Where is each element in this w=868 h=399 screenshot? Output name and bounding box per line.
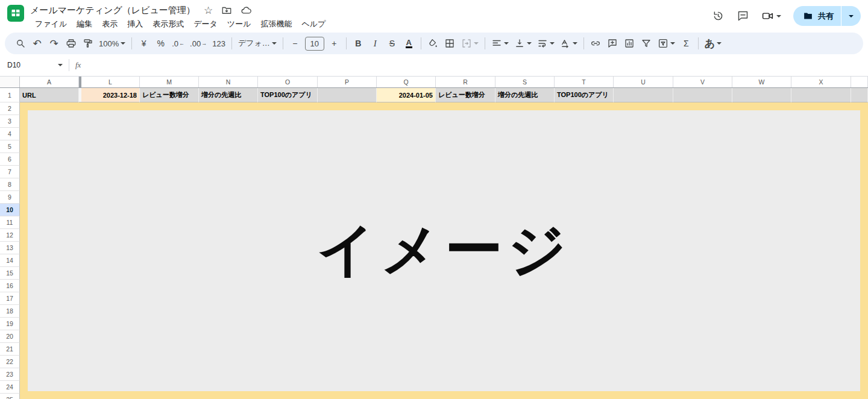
share-dropdown-button[interactable] bbox=[841, 6, 861, 26]
menu-format[interactable]: 表示形式 bbox=[148, 17, 189, 31]
print-button[interactable] bbox=[63, 35, 79, 52]
italic-button[interactable]: I bbox=[367, 35, 383, 52]
font-selector[interactable]: デフォ… bbox=[236, 35, 279, 52]
undo-button[interactable]: ↶ bbox=[29, 35, 45, 52]
document-title[interactable]: メールマーケティング（レビュー管理） bbox=[30, 5, 195, 16]
zoom-selector[interactable]: 100% bbox=[96, 35, 128, 52]
row-header-10-selected[interactable]: 10 bbox=[0, 204, 20, 216]
comment-history-icon[interactable] bbox=[737, 10, 749, 22]
menu-tools[interactable]: ツール bbox=[222, 17, 256, 31]
cell-L1[interactable]: 2023-12-18 bbox=[81, 88, 140, 102]
column-header-T[interactable]: T bbox=[555, 77, 614, 87]
menu-help[interactable]: ヘルプ bbox=[297, 17, 330, 31]
paint-format-button[interactable] bbox=[80, 35, 96, 52]
merge-cells-button[interactable] bbox=[459, 35, 481, 52]
text-color-button[interactable]: A bbox=[401, 35, 417, 52]
column-header-L[interactable]: L bbox=[81, 77, 140, 87]
row-header-1[interactable]: 1 bbox=[0, 88, 20, 102]
insert-chart-button[interactable] bbox=[621, 35, 638, 52]
row-header-7[interactable]: 7 bbox=[0, 166, 20, 178]
column-header-R[interactable]: R bbox=[436, 77, 495, 87]
row-header-13[interactable]: 13 bbox=[0, 242, 20, 254]
cell-T1[interactable]: TOP100のアプリ bbox=[555, 88, 614, 102]
filter-views-button[interactable] bbox=[655, 35, 678, 52]
row-header-4[interactable]: 4 bbox=[0, 128, 20, 140]
cell-O1[interactable]: TOP100のアプリ bbox=[258, 88, 318, 102]
row-header-15[interactable]: 15 bbox=[0, 267, 20, 280]
menu-extensions[interactable]: 拡張機能 bbox=[256, 17, 297, 31]
cell-R1[interactable]: レビュー数増分 bbox=[436, 88, 495, 102]
row-header-25-partial[interactable]: 25 bbox=[0, 394, 20, 399]
menu-file[interactable]: ファイル bbox=[30, 17, 72, 31]
row-header-20[interactable]: 20 bbox=[0, 330, 20, 343]
join-call-button[interactable] bbox=[761, 10, 781, 22]
insert-link-button[interactable] bbox=[588, 35, 604, 52]
row-header-5[interactable]: 5 bbox=[0, 140, 20, 153]
fill-color-button[interactable] bbox=[425, 35, 441, 52]
menu-edit[interactable]: 編集 bbox=[72, 17, 97, 31]
row-header-2[interactable]: 2 bbox=[0, 102, 20, 115]
name-box[interactable]: D10 bbox=[7, 61, 63, 69]
text-wrap-button[interactable] bbox=[535, 35, 557, 52]
menu-data[interactable]: データ bbox=[189, 17, 222, 31]
cell-X1[interactable] bbox=[791, 88, 851, 102]
move-to-folder-icon[interactable] bbox=[221, 5, 232, 16]
row-header-9[interactable]: 9 bbox=[0, 191, 20, 204]
row-header-17[interactable]: 17 bbox=[0, 292, 20, 305]
cell-P1[interactable] bbox=[318, 88, 377, 102]
row-header-18[interactable]: 18 bbox=[0, 305, 20, 318]
select-all-corner[interactable] bbox=[0, 77, 20, 87]
embedded-image-placeholder[interactable]: イメージ bbox=[20, 102, 868, 399]
column-header-N[interactable]: N bbox=[199, 77, 258, 87]
row-header-24[interactable]: 24 bbox=[0, 381, 20, 394]
row-header-6[interactable]: 6 bbox=[0, 153, 20, 166]
row-header-23[interactable]: 23 bbox=[0, 368, 20, 381]
search-button[interactable] bbox=[12, 35, 28, 52]
borders-button[interactable] bbox=[442, 35, 458, 52]
column-header-M[interactable]: M bbox=[140, 77, 199, 87]
insert-comment-button[interactable] bbox=[605, 35, 621, 52]
format-percent-button[interactable]: % bbox=[153, 35, 169, 52]
text-rotation-button[interactable] bbox=[558, 35, 580, 52]
vertical-align-button[interactable] bbox=[512, 35, 534, 52]
bold-button[interactable]: B bbox=[350, 35, 366, 52]
increase-decimal-button[interactable]: .00 → bbox=[187, 35, 209, 52]
increase-font-size-button[interactable]: + bbox=[326, 35, 342, 52]
decrease-font-size-button[interactable]: − bbox=[287, 35, 303, 52]
row-header-22[interactable]: 22 bbox=[0, 356, 20, 368]
horizontal-align-button[interactable] bbox=[489, 35, 511, 52]
font-size-input[interactable]: 10 bbox=[305, 37, 324, 51]
column-header-A[interactable]: A bbox=[20, 77, 79, 87]
cell-V1[interactable] bbox=[673, 88, 732, 102]
row-header-19[interactable]: 19 bbox=[0, 318, 20, 330]
row-header-3[interactable]: 3 bbox=[0, 115, 20, 128]
row-header-8[interactable]: 8 bbox=[0, 178, 20, 191]
column-header-O[interactable]: O bbox=[258, 77, 318, 87]
column-header-W[interactable]: W bbox=[732, 77, 791, 87]
cell-U1[interactable] bbox=[614, 88, 673, 102]
column-header-S[interactable]: S bbox=[495, 77, 555, 87]
column-header-V[interactable]: V bbox=[673, 77, 732, 87]
menu-insert[interactable]: 挿入 bbox=[122, 17, 148, 31]
row-header-16[interactable]: 16 bbox=[0, 280, 20, 292]
row-header-11[interactable]: 11 bbox=[0, 216, 20, 229]
create-filter-button[interactable] bbox=[638, 35, 655, 52]
format-currency-button[interactable]: ¥ bbox=[136, 35, 152, 52]
row-header-21[interactable]: 21 bbox=[0, 343, 20, 356]
version-history-icon[interactable] bbox=[712, 10, 725, 22]
row-header-12[interactable]: 12 bbox=[0, 229, 20, 242]
functions-button[interactable]: Σ bbox=[678, 35, 694, 52]
column-header-Q[interactable]: Q bbox=[377, 77, 436, 87]
redo-button[interactable]: ↷ bbox=[46, 35, 62, 52]
strikethrough-button[interactable]: S bbox=[384, 35, 400, 52]
row-header-14[interactable]: 14 bbox=[0, 254, 20, 267]
cell-S1[interactable]: 増分の先週比 bbox=[495, 88, 555, 102]
menu-view[interactable]: 表示 bbox=[97, 17, 122, 31]
google-sheets-logo-icon[interactable] bbox=[7, 5, 24, 22]
column-header-partial[interactable] bbox=[851, 77, 868, 87]
decrease-decimal-button[interactable]: .0 ← bbox=[169, 35, 187, 52]
column-header-U[interactable]: U bbox=[614, 77, 673, 87]
share-button[interactable]: 共有 bbox=[793, 6, 841, 26]
cell-M1[interactable]: レビュー数増分 bbox=[140, 88, 199, 102]
column-header-P[interactable]: P bbox=[318, 77, 377, 87]
